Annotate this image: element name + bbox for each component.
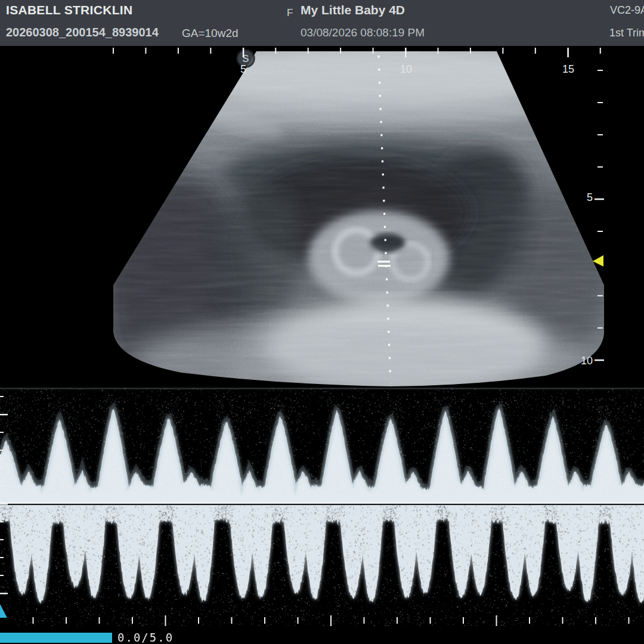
exam-preset: 1st Trim bbox=[609, 27, 644, 39]
right-ruler-label-10: 10 bbox=[581, 355, 593, 367]
top-ruler-label-5: 5 bbox=[240, 63, 246, 75]
patient-name: ISABELL STRICKLIN bbox=[6, 3, 132, 17]
spectral-doppler-display bbox=[0, 388, 644, 626]
right-ruler-label-5: 5 bbox=[587, 191, 593, 203]
bmode-display: S 5 10 15 5 10 bbox=[0, 46, 644, 388]
exam-id: 20260308_200154_8939014 bbox=[6, 26, 159, 39]
cine-progress-label: 0.0/5.0 bbox=[117, 631, 174, 644]
ultrasound-screen: ISABELL STRICKLIN 20260308_200154_893901… bbox=[0, 0, 644, 644]
study-title: My Little Baby 4D bbox=[301, 3, 405, 17]
top-ruler-label-15: 15 bbox=[562, 63, 574, 75]
top-ruler-label-10: 10 bbox=[400, 63, 412, 75]
exam-datetime: 03/08/2026 08:08:19 PM bbox=[301, 26, 425, 39]
header-bar: ISABELL STRICKLIN 20260308_200154_893901… bbox=[0, 0, 644, 46]
patient-sex: F bbox=[287, 7, 293, 19]
gestational-age: GA=10w2d bbox=[182, 27, 239, 40]
bmode-sector-image bbox=[95, 46, 620, 388]
cine-progress-bar[interactable] bbox=[0, 633, 112, 643]
probe-name: VC2-9A bbox=[610, 4, 644, 17]
